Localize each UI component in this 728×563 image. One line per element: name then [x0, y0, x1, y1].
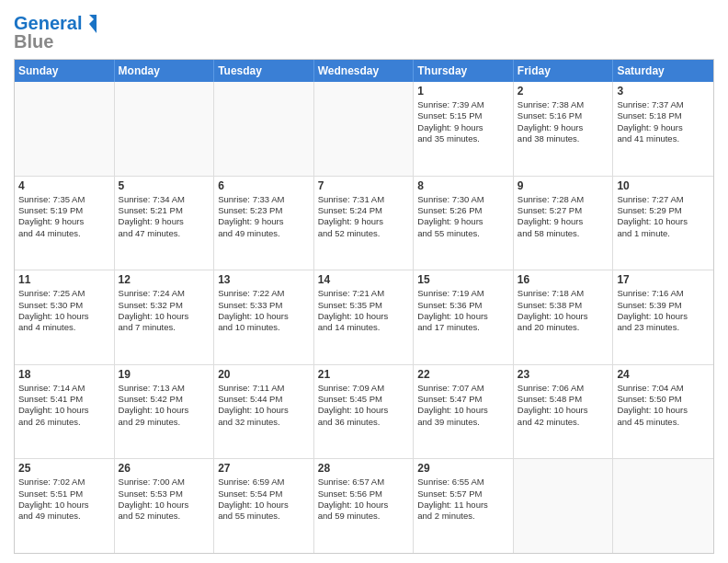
- svg-text:Blue: Blue: [14, 31, 53, 52]
- calendar-cell-r1c6: 10Sunrise: 7:27 AMSunset: 5:29 PMDayligh…: [613, 177, 713, 270]
- calendar-cell-r2c2: 13Sunrise: 7:22 AMSunset: 5:33 PMDayligh…: [214, 270, 314, 364]
- cell-line: Sunrise: 7:37 AM: [617, 99, 710, 110]
- calendar-cell-r1c5: 9Sunrise: 7:28 AMSunset: 5:27 PMDaylight…: [514, 177, 614, 270]
- cell-line: Sunrise: 7:24 AM: [119, 288, 210, 299]
- day-number: 2: [518, 85, 609, 98]
- cell-line: Daylight: 10 hours: [318, 311, 410, 322]
- calendar-cell-r1c1: 5Sunrise: 7:34 AMSunset: 5:21 PMDaylight…: [115, 177, 215, 270]
- cell-line: Sunrise: 7:00 AM: [119, 477, 210, 488]
- cell-line: Sunrise: 7:02 AM: [18, 477, 110, 488]
- calendar-cell-r4c0: 25Sunrise: 7:02 AMSunset: 5:51 PMDayligh…: [15, 459, 115, 553]
- day-number: 11: [18, 273, 110, 286]
- cell-line: Sunset: 5:18 PM: [617, 110, 710, 121]
- cell-line: Sunrise: 7:09 AM: [318, 383, 410, 394]
- cell-line: and 58 minutes.: [518, 228, 609, 239]
- cell-line: Daylight: 10 hours: [318, 500, 410, 511]
- day-number: 4: [18, 179, 110, 192]
- cell-line: Sunrise: 7:30 AM: [417, 194, 509, 205]
- cell-line: and 55 minutes.: [218, 511, 310, 522]
- day-number: 28: [318, 462, 410, 475]
- cell-line: Sunrise: 7:35 AM: [18, 194, 110, 205]
- day-number: 8: [417, 179, 509, 192]
- calendar-cell-r0c3: [314, 82, 415, 176]
- cell-line: Sunset: 5:54 PM: [218, 488, 310, 500]
- cell-line: and 49 minutes.: [218, 228, 310, 239]
- calendar-cell-r4c2: 27Sunrise: 6:59 AMSunset: 5:54 PMDayligh…: [214, 459, 314, 553]
- cell-line: Daylight: 10 hours: [617, 405, 710, 416]
- cell-line: and 41 minutes.: [617, 133, 710, 144]
- day-number: 6: [218, 179, 310, 192]
- cell-line: Sunset: 5:48 PM: [518, 394, 609, 405]
- day-number: 21: [318, 368, 410, 381]
- day-number: 29: [417, 462, 509, 475]
- calendar-cell-r0c5: 2Sunrise: 7:38 AMSunset: 5:16 PMDaylight…: [514, 82, 614, 176]
- calendar-cell-r3c5: 23Sunrise: 7:06 AMSunset: 5:48 PMDayligh…: [514, 365, 614, 459]
- day-number: 12: [119, 273, 210, 286]
- cell-line: Daylight: 10 hours: [518, 311, 609, 322]
- day-number: 26: [119, 462, 210, 475]
- cell-line: Daylight: 10 hours: [218, 311, 310, 322]
- day-number: 17: [617, 273, 710, 286]
- page: General Blue SundayMondayTuesdayWednesda…: [0, 0, 728, 563]
- calendar-row-3: 18Sunrise: 7:14 AMSunset: 5:41 PMDayligh…: [15, 364, 713, 459]
- cell-line: Sunset: 5:15 PM: [417, 110, 509, 121]
- cell-line: Sunrise: 7:33 AM: [218, 194, 310, 205]
- cell-line: and 17 minutes.: [417, 322, 509, 333]
- cell-line: Daylight: 10 hours: [119, 500, 210, 511]
- cell-line: Daylight: 9 hours: [417, 122, 509, 133]
- cell-line: Sunset: 5:35 PM: [318, 300, 410, 311]
- header-day-tuesday: Tuesday: [214, 60, 314, 82]
- cell-line: Daylight: 10 hours: [18, 405, 110, 416]
- cell-line: Sunrise: 7:19 AM: [417, 288, 509, 299]
- cell-line: Daylight: 10 hours: [318, 405, 410, 416]
- day-number: 3: [617, 85, 710, 98]
- cell-line: Daylight: 10 hours: [119, 311, 210, 322]
- cell-line: Daylight: 10 hours: [119, 405, 210, 416]
- cell-line: and 47 minutes.: [119, 228, 210, 239]
- cell-line: Daylight: 10 hours: [518, 405, 609, 416]
- cell-line: Daylight: 11 hours: [417, 500, 509, 511]
- day-number: 20: [218, 368, 310, 381]
- calendar-row-2: 11Sunrise: 7:25 AMSunset: 5:30 PMDayligh…: [15, 270, 713, 364]
- cell-line: and 10 minutes.: [218, 322, 310, 333]
- cell-line: Sunrise: 7:34 AM: [119, 194, 210, 205]
- cell-line: and 42 minutes.: [518, 417, 609, 428]
- calendar-cell-r4c5: [514, 459, 614, 553]
- cell-line: Daylight: 9 hours: [417, 216, 509, 227]
- calendar-header: SundayMondayTuesdayWednesdayThursdayFrid…: [15, 60, 713, 82]
- header-day-saturday: Saturday: [613, 60, 713, 82]
- cell-line: and 14 minutes.: [318, 322, 410, 333]
- calendar-row-4: 25Sunrise: 7:02 AMSunset: 5:51 PMDayligh…: [15, 458, 713, 553]
- cell-line: Daylight: 9 hours: [218, 216, 310, 227]
- calendar-cell-r2c1: 12Sunrise: 7:24 AMSunset: 5:32 PMDayligh…: [115, 270, 215, 364]
- day-number: 15: [417, 273, 509, 286]
- calendar-cell-r0c0: [15, 82, 115, 176]
- cell-line: Daylight: 10 hours: [218, 500, 310, 511]
- cell-line: Sunrise: 7:06 AM: [518, 383, 609, 394]
- calendar-cell-r4c1: 26Sunrise: 7:00 AMSunset: 5:53 PMDayligh…: [115, 459, 215, 553]
- cell-line: Sunset: 5:45 PM: [318, 394, 410, 405]
- cell-line: Daylight: 10 hours: [18, 500, 110, 511]
- cell-line: Daylight: 10 hours: [218, 405, 310, 416]
- cell-line: Sunset: 5:51 PM: [18, 488, 110, 500]
- cell-line: and 32 minutes.: [218, 417, 310, 428]
- cell-line: Sunrise: 7:27 AM: [617, 194, 710, 205]
- cell-line: and 29 minutes.: [119, 417, 210, 428]
- cell-line: Daylight: 10 hours: [18, 311, 110, 322]
- cell-line: and 1 minute.: [617, 228, 710, 239]
- day-number: 23: [518, 368, 609, 381]
- day-number: 1: [417, 85, 509, 98]
- cell-line: Sunrise: 7:11 AM: [218, 383, 310, 394]
- calendar-cell-r3c2: 20Sunrise: 7:11 AMSunset: 5:44 PMDayligh…: [214, 365, 314, 459]
- cell-line: and 59 minutes.: [318, 511, 410, 522]
- cell-line: Sunset: 5:23 PM: [218, 205, 310, 216]
- cell-line: Sunset: 5:44 PM: [218, 394, 310, 405]
- cell-line: and 52 minutes.: [119, 511, 210, 522]
- cell-line: Sunset: 5:47 PM: [417, 394, 509, 405]
- logo-svg: General Blue: [14, 9, 97, 53]
- calendar-cell-r4c3: 28Sunrise: 6:57 AMSunset: 5:56 PMDayligh…: [314, 459, 415, 553]
- calendar-cell-r4c6: [613, 459, 713, 553]
- cell-line: Daylight: 10 hours: [617, 311, 710, 322]
- cell-line: and 4 minutes.: [18, 322, 110, 333]
- cell-line: Sunrise: 7:28 AM: [518, 194, 609, 205]
